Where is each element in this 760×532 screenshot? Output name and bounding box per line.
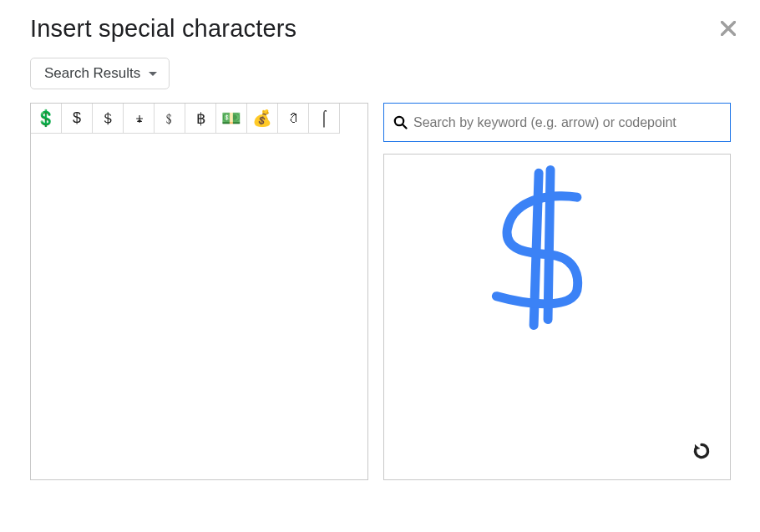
undo-icon xyxy=(691,440,712,462)
search-icon xyxy=(392,114,408,131)
character-cell[interactable]: $ xyxy=(62,104,93,134)
chevron-down-icon xyxy=(149,72,157,76)
draw-panel[interactable] xyxy=(383,154,731,480)
character-cell[interactable]: ⨨ xyxy=(124,104,155,134)
insert-special-characters-dialog: Insert special characters Search Results… xyxy=(0,0,760,532)
svg-line-1 xyxy=(403,124,406,128)
category-dropdown[interactable]: Search Results xyxy=(30,58,170,89)
character-cell[interactable]: ᱚ xyxy=(278,104,309,134)
panels: 💲$＄⨨﹩฿💵💰ᱚ⌠ xyxy=(30,103,735,480)
dropdown-label: Search Results xyxy=(44,65,140,82)
search-input[interactable] xyxy=(413,115,722,130)
close-icon xyxy=(721,21,736,36)
dialog-title: Insert special characters xyxy=(30,15,735,43)
results-panel: 💲$＄⨨﹩฿💵💰ᱚ⌠ xyxy=(30,103,368,480)
search-box[interactable] xyxy=(383,103,731,142)
character-cell[interactable]: ＄ xyxy=(93,104,124,134)
character-cell[interactable]: ﹩ xyxy=(155,104,185,134)
undo-button[interactable] xyxy=(688,438,715,464)
character-cell[interactable]: 💰 xyxy=(247,104,278,134)
character-cell[interactable]: ฿ xyxy=(185,104,216,134)
character-cell[interactable]: 💲 xyxy=(31,104,62,134)
right-panel xyxy=(383,103,731,480)
character-cell[interactable]: 💵 xyxy=(216,104,247,134)
character-cell[interactable]: ⌠ xyxy=(309,104,340,134)
handwriting-canvas xyxy=(384,155,730,479)
character-grid: 💲$＄⨨﹩฿💵💰ᱚ⌠ xyxy=(31,104,367,134)
close-button[interactable] xyxy=(718,18,738,38)
